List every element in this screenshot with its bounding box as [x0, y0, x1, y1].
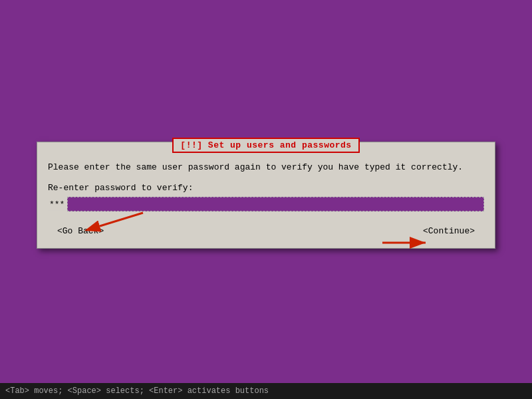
description-text: Please enter the same user password agai… [48, 162, 484, 174]
left-arrow-annotation [93, 206, 146, 233]
input-prefix: *** [48, 198, 66, 211]
svg-line-1 [100, 213, 143, 226]
dialog-title-bar: [!!] Set up users and passwords [37, 134, 495, 157]
field-label: Re-enter password to verify: [48, 183, 484, 193]
right-arrow-annotation [379, 233, 432, 253]
status-bar: <Tab> moves; <Space> selects; <Enter> ac… [0, 383, 532, 399]
status-text: <Tab> moves; <Space> selects; <Enter> ac… [5, 386, 269, 396]
dialog-title: [!!] Set up users and passwords [172, 138, 359, 153]
